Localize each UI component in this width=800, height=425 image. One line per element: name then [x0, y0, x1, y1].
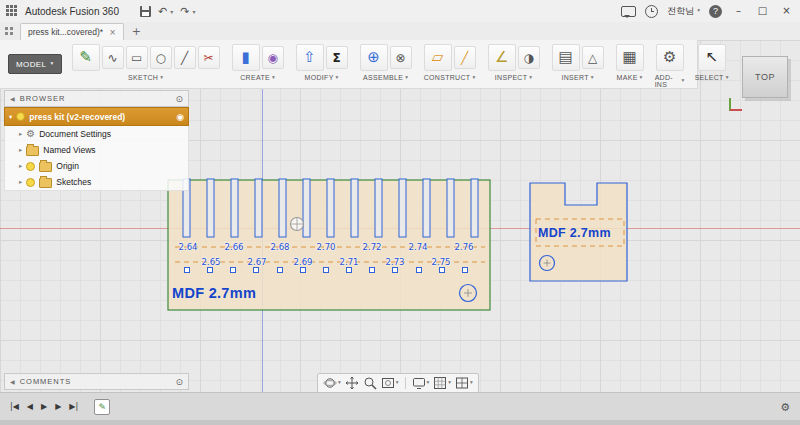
close-button[interactable]: ×	[779, 6, 794, 16]
pan-tool[interactable]	[345, 376, 359, 390]
minimize-button[interactable]: –	[731, 6, 746, 16]
material-label[interactable]: MDF 2.7mm	[538, 226, 611, 240]
kerf-slot[interactable]	[447, 179, 454, 237]
kerf-slot[interactable]	[303, 179, 310, 237]
file-tabs-icon[interactable]	[5, 27, 14, 36]
expander-icon[interactable]: ▾	[9, 113, 12, 121]
new-tab-button[interactable]: +	[132, 25, 141, 38]
expander-icon[interactable]: ▸	[19, 178, 22, 186]
dimension-label[interactable]: 2.70	[314, 242, 338, 252]
construction-plane-icon[interactable]: ▱	[424, 44, 452, 71]
sketch-point[interactable]	[230, 267, 236, 273]
document-tab[interactable]: press kit...covered)* ×	[20, 23, 124, 40]
viewcube[interactable]: TOP	[742, 56, 788, 98]
spline-icon[interactable]: ∿	[102, 46, 124, 69]
sketch-point-marker[interactable]	[291, 218, 304, 231]
extrude-icon[interactable]: ▮	[232, 44, 260, 71]
workspace-selector[interactable]: MODEL ▾	[8, 54, 62, 74]
sketch-point[interactable]	[392, 267, 398, 273]
insert-image-icon[interactable]: ▤	[552, 44, 580, 71]
dimension-label[interactable]: 2.68	[268, 242, 292, 252]
kerf-slot[interactable]	[279, 179, 286, 237]
dimension-label[interactable]: 2.65	[199, 257, 223, 267]
panel-settings-icon[interactable]: ⊙	[175, 94, 183, 104]
user-menu[interactable]: 전학님 ▾	[667, 5, 700, 18]
select-cursor-icon[interactable]: ↖	[698, 44, 726, 71]
kerf-slot[interactable]	[399, 179, 406, 237]
tab-close-icon[interactable]: ×	[109, 28, 116, 37]
kerf-slot[interactable]	[351, 179, 358, 237]
insert-mesh-icon[interactable]: △	[582, 46, 604, 69]
maximize-button[interactable]: □	[755, 6, 770, 16]
display-settings[interactable]: ▾	[412, 376, 430, 390]
section-analysis-icon[interactable]: ◑	[518, 46, 540, 69]
measure-icon[interactable]: ∠	[488, 44, 516, 71]
timeline-sketch-feature[interactable]: ✎	[94, 399, 110, 415]
joint-icon[interactable]: ⊕	[360, 44, 388, 71]
panel-settings-icon[interactable]: ⊙	[175, 377, 183, 387]
toolbar-menu-inspect[interactable]: INSPECT ▾	[495, 74, 533, 81]
feedback-icon[interactable]	[621, 6, 636, 17]
trim-icon[interactable]: ✂	[198, 46, 220, 69]
material-label[interactable]: MDF 2.7mm	[172, 285, 256, 301]
kerf-slot[interactable]	[207, 179, 214, 237]
bulb-icon[interactable]	[16, 112, 25, 121]
toolbar-menu-select[interactable]: SELECT ▾	[695, 74, 729, 81]
timeline-options-gear-icon[interactable]: ⚙	[780, 401, 790, 414]
expander-icon[interactable]: ▸	[19, 146, 22, 154]
make-3d-print-icon[interactable]: ▦	[616, 44, 644, 71]
parameters-icon[interactable]: Σ	[326, 46, 348, 69]
dimension-label[interactable]: 2.72	[360, 242, 384, 252]
collapse-panel-icon[interactable]: ◀	[10, 378, 15, 385]
viewport-layout[interactable]: ▾	[455, 376, 473, 390]
undo-dropdown-icon[interactable]: ▾	[170, 8, 173, 15]
collapse-panel-icon[interactable]: ◀	[10, 95, 15, 102]
browser-root-item[interactable]: ▾ press kit (v2-recovered) ◉	[4, 107, 189, 126]
sketch-point[interactable]	[416, 267, 422, 273]
sketch-point[interactable]	[462, 267, 468, 273]
save-icon[interactable]	[140, 6, 151, 17]
toolbar-menu-sketch[interactable]: SKETCH ▾	[128, 74, 163, 81]
sketch-point[interactable]	[346, 267, 352, 273]
sketch-point[interactable]	[207, 267, 213, 273]
create-sketch-icon[interactable]: ✎	[72, 44, 100, 71]
dimension-label[interactable]: 2.69	[291, 257, 315, 267]
kerf-slot[interactable]	[231, 179, 238, 237]
help-button[interactable]: ?	[709, 5, 722, 18]
timeline-go-end-button[interactable]: ▶|	[65, 403, 82, 411]
toolbar-menu-assemble[interactable]: ASSEMBLE ▾	[363, 74, 408, 81]
component-icon[interactable]: ⊗	[390, 46, 412, 69]
timeline-go-start-button[interactable]: |◀	[6, 403, 23, 411]
zoom-tool[interactable]	[363, 376, 377, 390]
toolbar-menu-make[interactable]: MAKE ▾	[617, 74, 643, 81]
kerf-slot[interactable]	[471, 179, 478, 237]
app-menu-icon[interactable]	[6, 5, 18, 17]
sketch-point[interactable]	[439, 267, 445, 273]
activate-radio-icon[interactable]: ◉	[176, 112, 184, 122]
browser-item-origin[interactable]: ▸ Origin	[4, 158, 189, 174]
press-pull-icon[interactable]: ⇧	[296, 44, 324, 71]
dimension-label[interactable]: 2.66	[222, 242, 246, 252]
sketch-point[interactable]	[184, 267, 190, 273]
form-icon[interactable]: ◉	[262, 46, 284, 69]
dimension-label[interactable]: 2.67	[245, 257, 269, 267]
browser-item-named-views[interactable]: ▸ Named Views	[4, 142, 189, 158]
toolbar-menu-construct[interactable]: CONSTRUCT ▾	[424, 74, 476, 81]
toolbar-menu-create[interactable]: CREATE ▾	[240, 74, 275, 81]
circle-icon[interactable]: ○	[150, 46, 172, 69]
slot-icon[interactable]: ▭	[126, 46, 148, 69]
sketch-point[interactable]	[369, 267, 375, 273]
viewcube-top-face[interactable]: TOP	[755, 72, 775, 82]
toolbar-menu-addins[interactable]: ADD-INS ▾	[655, 74, 685, 88]
job-status-icon[interactable]	[645, 5, 658, 18]
kerf-slot[interactable]	[423, 179, 430, 237]
dimension-label[interactable]: 2.71	[337, 257, 361, 267]
bulb-icon[interactable]	[26, 178, 35, 187]
scripts-addins-icon[interactable]: ⚙	[656, 44, 684, 71]
timeline-step-back-button[interactable]: ◀	[23, 403, 37, 411]
orbit-tool[interactable]: ▾	[323, 376, 341, 390]
toolbar-menu-insert[interactable]: INSERT ▾	[561, 74, 593, 81]
fit-view-tool[interactable]: ▾	[381, 376, 399, 390]
timeline-step-forward-button[interactable]: ▶	[51, 403, 65, 411]
kerf-slot[interactable]	[375, 179, 382, 237]
